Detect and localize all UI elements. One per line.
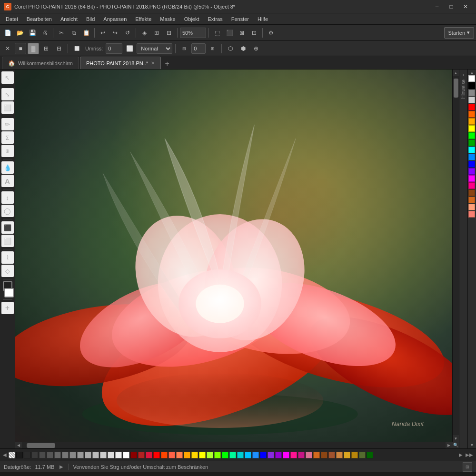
bottom-swatch-19[interactable] xyxy=(161,452,168,458)
palette-color-3[interactable] xyxy=(468,97,475,103)
bottom-swatch-38[interactable] xyxy=(306,452,312,458)
prop-icon9[interactable]: ⬢ xyxy=(238,43,249,54)
palette-color-11[interactable] xyxy=(468,154,475,160)
scroll-thumb-v[interactable] xyxy=(454,79,458,98)
menu-bild[interactable]: Bild xyxy=(82,14,99,24)
color-swatch-none[interactable] xyxy=(9,452,15,458)
bottom-swatch-37[interactable] xyxy=(298,452,305,458)
bottom-swatch-46[interactable] xyxy=(367,452,373,458)
prop-icon5[interactable]: ⊟ xyxy=(53,43,65,54)
bottom-swatch-16[interactable] xyxy=(138,452,145,458)
menu-fenster[interactable]: Fenster xyxy=(228,14,253,24)
tool-stamp[interactable]: ⬛ xyxy=(1,221,14,234)
menu-ansicht[interactable]: Ansicht xyxy=(57,14,81,24)
bottom-swatch-9[interactable] xyxy=(85,452,91,458)
zoom-corner[interactable]: 🔍 xyxy=(452,442,459,448)
bottom-swatch-20[interactable] xyxy=(169,452,175,458)
bottom-swatch-23[interactable] xyxy=(191,452,198,458)
bottom-swatch-12[interactable] xyxy=(108,452,114,458)
prop-icon7[interactable]: ⬜ xyxy=(124,43,135,54)
bottom-swatch-11[interactable] xyxy=(100,452,107,458)
bottom-swatch-43[interactable] xyxy=(344,452,350,458)
menu-extras[interactable]: Extras xyxy=(204,14,227,24)
menu-maske[interactable]: Maske xyxy=(156,14,179,24)
minimize-button[interactable]: – xyxy=(430,1,444,12)
tab-file[interactable]: PHOTO-PAINT 2018.PN..* ✕ xyxy=(80,57,161,69)
menu-anpassen[interactable]: Anpassen xyxy=(99,14,130,24)
tool-transform[interactable]: ⤡ xyxy=(1,88,14,100)
prop-icon1[interactable]: ✕ xyxy=(2,43,13,54)
paste-button[interactable]: 📋 xyxy=(80,27,92,39)
bottom-swatch-36[interactable] xyxy=(290,452,297,458)
bottom-swatch-1[interactable] xyxy=(24,452,30,458)
tool-crop[interactable]: ⬜ xyxy=(1,101,14,114)
tb-icon4[interactable]: ⊡ xyxy=(248,27,260,39)
bottom-swatch-21[interactable] xyxy=(176,452,183,458)
tb-icon2[interactable]: ⬛ xyxy=(224,27,235,39)
scroll-left-button[interactable]: ◀ xyxy=(15,442,22,449)
bottom-swatch-10[interactable] xyxy=(92,452,99,458)
opacity-inc[interactable]: ⊞ xyxy=(207,43,218,54)
start-button[interactable]: Starten ▾ xyxy=(444,27,474,39)
canvas-area[interactable]: Nanda Dixit ▲ ▼ ◀ ▶ 🔍 xyxy=(15,69,459,448)
menu-datei[interactable]: Datei xyxy=(2,14,22,24)
menu-bearbeiten[interactable]: Bearbeiten xyxy=(23,14,56,24)
bottom-swatch-15[interactable] xyxy=(130,452,137,458)
prop-icon10[interactable]: ⊕ xyxy=(250,43,262,54)
palette-nav-down[interactable]: ▼ xyxy=(470,443,474,447)
tool-zoom[interactable]: ⊕ xyxy=(1,145,14,157)
bottom-swatch-0[interactable] xyxy=(16,452,23,458)
palette-color-2[interactable] xyxy=(468,89,475,96)
bottom-swatch-32[interactable] xyxy=(260,452,267,458)
bottom-swatch-3[interactable] xyxy=(39,452,46,458)
bottom-swatch-7[interactable] xyxy=(69,452,76,458)
palette-color-5[interactable] xyxy=(468,111,475,118)
prop-icon3[interactable]: ▓ xyxy=(28,43,39,54)
settings-button[interactable]: ◈ xyxy=(139,27,150,39)
tool-text[interactable]: A xyxy=(1,175,14,187)
bottom-swatch-22[interactable] xyxy=(184,452,190,458)
undo-button[interactable]: ↩ xyxy=(97,27,109,39)
scroll-track-v[interactable] xyxy=(453,76,459,435)
tool-paint[interactable]: ✏ xyxy=(1,118,14,130)
tool-brush[interactable]: ↕ xyxy=(1,191,14,204)
scroll-up-button[interactable]: ▲ xyxy=(453,69,459,76)
bottom-swatch-4[interactable] xyxy=(47,452,53,458)
palette-color-1[interactable] xyxy=(468,82,475,89)
prop-icon4[interactable]: ⊞ xyxy=(40,43,52,54)
menu-objekt[interactable]: Objekt xyxy=(180,14,203,24)
palette-color-19[interactable] xyxy=(468,211,475,218)
add-tab-button[interactable]: + xyxy=(162,59,172,69)
bottom-swatch-45[interactable] xyxy=(359,452,366,458)
bottom-swatch-34[interactable] xyxy=(275,452,282,458)
tool-retouch[interactable]: ⌇ xyxy=(1,251,14,264)
menu-effekte[interactable]: Effekte xyxy=(131,14,155,24)
bottom-swatch-6[interactable] xyxy=(62,452,69,458)
print-button[interactable]: 🖨 xyxy=(39,27,50,39)
bottom-swatch-13[interactable] xyxy=(115,452,122,458)
palette-color-9[interactable] xyxy=(468,139,475,146)
scroll-track-h[interactable] xyxy=(22,442,446,448)
palette-nav-up[interactable]: ▲ xyxy=(470,70,474,75)
palette-color-16[interactable] xyxy=(468,189,475,196)
palette-color-10[interactable] xyxy=(468,147,475,153)
palette-color-18[interactable] xyxy=(468,204,475,210)
bottom-swatch-24[interactable] xyxy=(199,452,206,458)
bottom-swatch-14[interactable] xyxy=(123,452,129,458)
tool-eraser[interactable]: ◯ xyxy=(1,205,14,217)
status-corner-icon[interactable]: ⊞ xyxy=(463,462,472,472)
open-button[interactable]: 📂 xyxy=(14,27,26,39)
colorbar-nav-right[interactable]: ▶ xyxy=(458,452,464,457)
new-button[interactable]: 📄 xyxy=(2,27,13,39)
bottom-swatch-26[interactable] xyxy=(214,452,221,458)
bottom-swatch-25[interactable] xyxy=(207,452,213,458)
prop-icon6[interactable]: ⬜ xyxy=(71,43,82,54)
gear-button[interactable]: ⚙ xyxy=(265,27,277,39)
scroll-thumb-h[interactable] xyxy=(27,443,55,448)
colorbar-nav-end[interactable]: ▶▶ xyxy=(465,452,474,457)
opacity-input[interactable] xyxy=(191,43,206,54)
tool-rect[interactable]: ⬜ xyxy=(1,235,14,247)
palette-color-0[interactable] xyxy=(468,75,475,82)
bottom-swatch-31[interactable] xyxy=(252,452,259,458)
hints-expand-button[interactable]: › xyxy=(463,72,464,78)
